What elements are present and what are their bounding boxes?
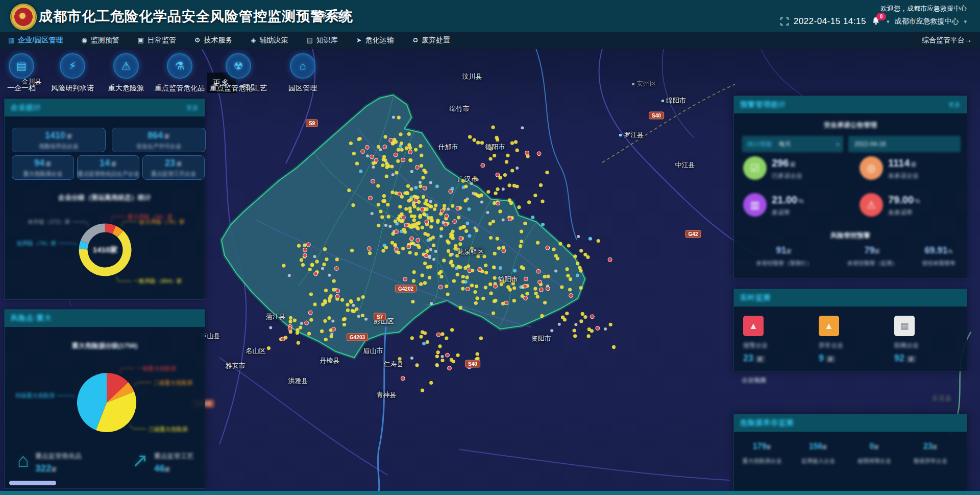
map-label: 资阳市: [531, 334, 551, 343]
stat-value: 14家: [78, 158, 139, 169]
chevron-down-icon: ▾: [837, 142, 839, 147]
shortcut-4[interactable]: ☢重点监管危化工艺: [210, 53, 267, 93]
inventory-label: 数据异常企业: [914, 457, 947, 465]
nav-item-label: 知识库: [316, 36, 338, 45]
app-header: 成都市化工危险化学品安全风险管控监测预警系统 ∷系统导航 欢迎您，成都市应急救援…: [0, 0, 980, 32]
inventory-monitor-panel: 危险源库存监测 179家重大危险源企业156家监测接入企业0家超限报警企业23家…: [733, 414, 967, 495]
chart-bar-icon: ▥: [743, 193, 767, 217]
enterprise-level-donut-chart: 重大风险（94）家较大风险（76）家一般风险（894）家低风险（74）家未评级（…: [5, 201, 205, 296]
warning-triangle-icon: ⚠: [113, 53, 139, 79]
panel-title: 实时监测: [740, 293, 771, 302]
stat-box-r1-0[interactable]: 1410家危险化学品企业: [12, 128, 106, 152]
panel-header: 风险点·重大: [5, 310, 205, 327]
realtime-item-0: ▲报警企业23家: [743, 316, 810, 364]
donut-center-label: 1410家: [93, 245, 118, 254]
period-select[interactable]: 统计周期 每天 ▾: [742, 136, 843, 152]
stat-box-r2-2[interactable]: 23家重点监管工艺企业: [142, 155, 205, 180]
more-link[interactable]: 更多: [948, 101, 961, 109]
shortcut-label: 重大危险源: [108, 84, 144, 93]
shortcut-0[interactable]: ▤一企一档: [7, 53, 36, 93]
inventory-value: 179家: [753, 442, 772, 451]
radiation-icon-glyph: ☢: [234, 60, 243, 72]
knowledge-book-icon: ▤: [306, 36, 312, 44]
stat-value: 864家: [112, 131, 205, 141]
nav-item-label: 危化运输: [365, 36, 394, 45]
nav-item-1[interactable]: ◉监测预警: [81, 36, 119, 45]
tech-service-icon: ⚙: [194, 36, 201, 44]
map-label: 青神县: [377, 390, 397, 399]
date-picker[interactable]: 2022-04-16: [848, 136, 961, 152]
abnormal-square-icon: ▲: [819, 316, 839, 336]
footer-value: 46家: [154, 463, 194, 474]
flask-icon-glyph: ⚗: [175, 60, 185, 72]
footer-label: 重点监管工艺: [154, 452, 194, 461]
major-risk-panel: 风险点·重大 重大危险源分级(1756) 一级重大危险源二级重大危险源三级重大危…: [4, 309, 205, 489]
nav-item-0[interactable]: ▦企业/园区管理: [8, 36, 63, 45]
lightning-circle-icon-glyph: ⚡: [69, 60, 77, 72]
realtime-value: 23家: [743, 353, 810, 364]
shortcut-2[interactable]: ⚠重大危险源: [108, 53, 144, 93]
bell-caret-icon: ▾: [887, 18, 890, 25]
nav-item-4[interactable]: ◈辅助决策: [251, 36, 288, 45]
realtime-monitor-panel: 实时监测 ▲报警企业23家▲异常企业9家▦联网企业92家: [733, 289, 967, 371]
nav-item-2[interactable]: ▣日常监管: [138, 36, 176, 45]
warning-triangle-icon-glyph: ⚠: [121, 60, 131, 72]
shortcut-label: 重点监管危化品: [155, 84, 205, 93]
dashboard-root: 金川县理县汶川县安州区绵阳市绵竹市罗江县什邡市德阳市中江县广汉市龙泉驿区简阳市资…: [0, 0, 980, 495]
nav-item-7[interactable]: ♻废弃处置: [412, 36, 451, 45]
nav-items: ▦企业/园区管理◉监测预警▣日常监管⚙技术服务◈辅助决策▤知识库➤危化运输♻废弃…: [0, 36, 450, 45]
nav-item-5[interactable]: ▤知识库: [306, 36, 337, 45]
fullscreen-icon[interactable]: [780, 17, 789, 26]
panel-header: 危险源库存监测: [734, 414, 967, 432]
donut-slice-3: [83, 242, 85, 249]
map-label: 简阳市: [498, 275, 518, 284]
shortcut-1[interactable]: ⚡风险研判承诺: [51, 53, 94, 93]
inventory-value: 23家: [923, 442, 938, 451]
map-label: 绵竹市: [450, 104, 470, 113]
commitment-section-title: 安全承诺公告管理: [734, 121, 967, 130]
road-badge: S7: [374, 313, 386, 321]
nav-item-3[interactable]: ⚙技术服务: [194, 36, 233, 45]
pie-chart-title: 重大危险源分级(1756): [5, 341, 205, 350]
realtime-item-2: ▦联网企业92家: [894, 316, 961, 364]
realtime-value: 92家: [894, 353, 961, 364]
stat-label: 重点监管工艺企业: [143, 170, 204, 178]
chemical-house-icon: ⌂: [17, 449, 29, 472]
app-title: 成都市化工危险化学品安全风险管控监测预警系统: [39, 7, 353, 26]
realtime-value: 9家: [819, 353, 885, 364]
map-label: 龙泉驿区: [457, 247, 484, 256]
road-badge: S9: [306, 120, 318, 127]
warning-stat-label: 已承诺企业: [772, 172, 802, 180]
inventory-label: 超限报警企业: [857, 457, 891, 465]
transport-truck-icon: ➤: [356, 36, 362, 44]
warning-stat-label: 未承诺率: [888, 208, 913, 217]
user-menu[interactable]: 成都市应急救援中心: [894, 17, 959, 26]
horizontal-scrollbar[interactable]: [9, 481, 56, 485]
system-nav-button[interactable]: ∷系统导航: [312, 11, 349, 20]
stat-box-r1-1[interactable]: 864家安全生产许可企业: [112, 128, 206, 152]
city-marker-icon: [632, 83, 634, 85]
stat-label: 重点监管危化品生产企业: [78, 170, 139, 178]
footer-label: 重点监管危化品: [35, 452, 82, 461]
integrated-platform-link[interactable]: 综合监管平台→: [922, 36, 972, 45]
network-square-icon: ▦: [894, 316, 915, 336]
nav-item-6[interactable]: ➤危化运输: [356, 36, 394, 45]
stat-box-r2-1[interactable]: 14家重点监管危化品生产企业: [77, 155, 139, 180]
warning-stat-value: 1114家: [888, 157, 917, 169]
shield-alert-icon: ⚠: [860, 193, 883, 217]
shortcut-5[interactable]: ⌂园区管理: [288, 53, 317, 93]
enterprise-video-label: 企业视频: [742, 376, 766, 385]
commit-grid-icon: ☑: [743, 156, 767, 180]
map-label: 中江县: [675, 160, 695, 170]
warning-stats-panel: 预警管理统计 更多 安全承诺公告管理 统计周期 每天 ▾ 2022-04-16 …: [733, 96, 967, 278]
shortcut-3[interactable]: ⚗重点监管危化品: [155, 53, 205, 93]
shortcut-label: 风险研判承诺: [51, 84, 94, 93]
stat-box-r2-0[interactable]: 94家重大危险源企业: [12, 155, 74, 180]
realtime-label: 异常企业: [819, 341, 885, 350]
stat-label: 重大危险源企业: [12, 170, 74, 178]
inventory-value: 0家: [870, 442, 879, 451]
process-trend-icon: ↗: [132, 449, 148, 472]
more-link[interactable]: 更多: [186, 104, 199, 112]
map-label: 丹棱县: [320, 356, 340, 365]
notification-bell-icon[interactable]: 0: [871, 16, 881, 27]
